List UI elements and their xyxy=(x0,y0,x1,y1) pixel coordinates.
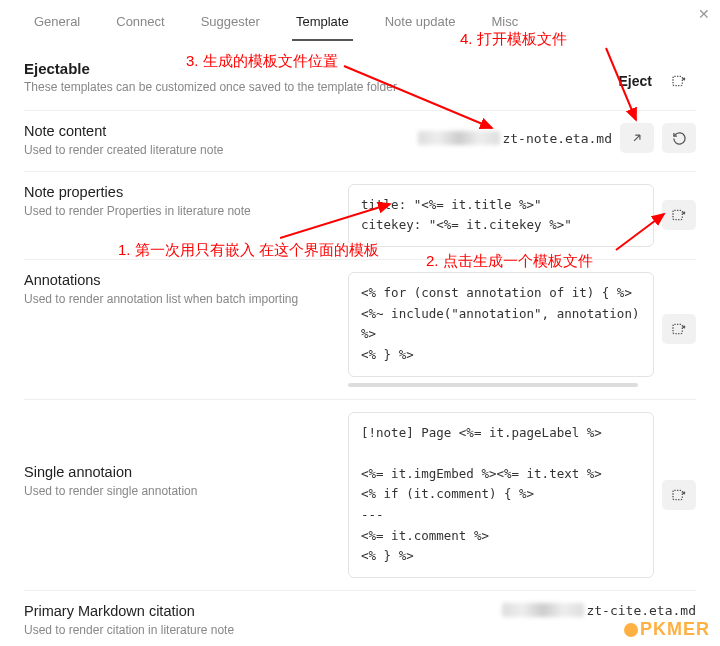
eject-icon xyxy=(671,207,687,223)
reset-button[interactable] xyxy=(662,123,696,153)
template-code[interactable]: title: "<%= it.title %>" citekey: "<%= i… xyxy=(348,184,654,247)
svg-rect-2 xyxy=(673,325,682,334)
row-single-annotation: Single annotaion Used to render single a… xyxy=(24,399,696,590)
eject-file-button[interactable] xyxy=(662,314,696,344)
row-annotations: Annotations Used to render annotation li… xyxy=(24,259,696,399)
row-title: Single annotaion xyxy=(24,464,336,480)
template-filename: zt-cite.eta.md xyxy=(586,603,696,618)
watermark: PKMER xyxy=(624,619,710,640)
tab-template[interactable]: Template xyxy=(292,8,353,41)
tab-noteupdate[interactable]: Note update xyxy=(381,8,460,41)
template-path: zt-cite.eta.md xyxy=(502,603,696,618)
row-desc: Used to render single annotation xyxy=(24,483,336,500)
row-title: Note properties xyxy=(24,184,336,200)
tab-connect[interactable]: Connect xyxy=(112,8,168,41)
row-primary-citation: Primary Markdown citation Used to render… xyxy=(24,590,696,646)
eject-icon xyxy=(671,487,687,503)
svg-rect-0 xyxy=(673,76,682,85)
row-note-properties: Note properties Used to render Propertie… xyxy=(24,171,696,259)
tab-misc[interactable]: Misc xyxy=(488,8,523,41)
eject-icon xyxy=(671,73,687,89)
scrollbar[interactable] xyxy=(348,383,638,387)
row-desc: Used to render annotation list when batc… xyxy=(24,291,336,308)
eject-file-button[interactable] xyxy=(662,480,696,510)
row-desc: Used to render citation in literature no… xyxy=(24,622,490,639)
eject-file-button[interactable] xyxy=(662,200,696,230)
eject-icon xyxy=(671,321,687,337)
blurred-path xyxy=(418,131,500,145)
svg-rect-1 xyxy=(673,211,682,220)
template-filename: zt-note.eta.md xyxy=(502,131,612,146)
section-desc: These templates can be customized once s… xyxy=(24,80,397,94)
row-title: Primary Markdown citation xyxy=(24,603,490,619)
close-icon[interactable]: ✕ xyxy=(698,6,710,22)
row-desc: Used to render created literature note xyxy=(24,142,406,159)
open-file-button[interactable] xyxy=(620,123,654,153)
eject-all-button[interactable] xyxy=(662,66,696,96)
tab-suggester[interactable]: Suggester xyxy=(197,8,264,41)
blurred-path xyxy=(502,603,584,617)
eject-label: Eject xyxy=(619,73,652,89)
template-code[interactable]: [!note] Page <%= it.pageLabel %> <%= it.… xyxy=(348,412,654,578)
svg-rect-3 xyxy=(673,490,682,499)
section-title: Ejectable xyxy=(24,60,397,77)
row-title: Annotations xyxy=(24,272,336,288)
row-note-content: Note content Used to render created lite… xyxy=(24,110,696,171)
template-path: zt-note.eta.md xyxy=(418,131,612,146)
ejectable-header: Ejectable These templates can be customi… xyxy=(24,60,696,96)
undo-icon xyxy=(672,131,687,146)
row-title: Note content xyxy=(24,123,406,139)
tabs-bar: General Connect Suggester Template Note … xyxy=(0,0,720,42)
template-code[interactable]: <% for (const annotation of it) { %> <%~… xyxy=(348,272,654,377)
external-link-icon xyxy=(630,131,644,145)
row-desc: Used to render Properties in literature … xyxy=(24,203,336,220)
tab-general[interactable]: General xyxy=(30,8,84,41)
